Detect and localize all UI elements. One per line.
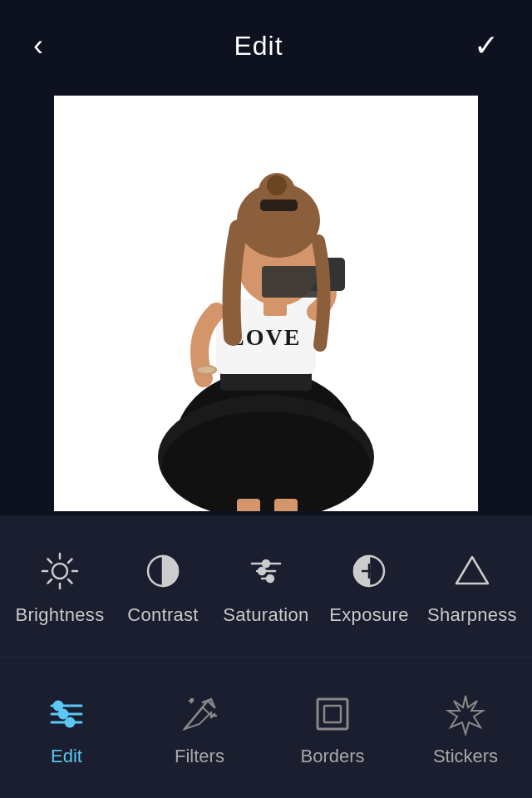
saturation-adjust[interactable]: Saturation [220, 546, 312, 626]
contrast-icon [138, 546, 188, 596]
nav-edit[interactable]: Edit [12, 681, 121, 776]
svg-point-37 [267, 575, 273, 582]
photo-illustration: LOVE [54, 96, 478, 511]
svg-line-30 [48, 579, 52, 584]
photo-canvas[interactable]: LOVE [54, 96, 478, 511]
borders-icon [308, 689, 357, 739]
svg-rect-20 [264, 299, 287, 316]
svg-marker-41 [456, 557, 488, 584]
svg-point-16 [267, 175, 287, 195]
image-area: LOVE [0, 91, 532, 515]
page-title: Edit [234, 31, 283, 62]
back-button[interactable]: ‹ [25, 20, 52, 71]
nav-edit-label: Edit [51, 746, 82, 767]
stickers-icon [441, 689, 490, 739]
adjustments-bar: Brightness Contrast Saturation [0, 515, 532, 657]
svg-rect-57 [324, 706, 341, 722]
exposure-icon [344, 546, 394, 596]
header: ‹ Edit ✓ [0, 0, 532, 91]
svg-line-27 [48, 559, 52, 564]
svg-point-35 [263, 560, 269, 567]
svg-rect-18 [237, 499, 260, 511]
contrast-label: Contrast [127, 604, 199, 626]
svg-rect-19 [274, 499, 298, 511]
nav-stickers-label: Stickers [433, 746, 498, 767]
bottom-nav: Edit Filters [0, 657, 532, 798]
svg-rect-13 [262, 266, 320, 298]
svg-line-29 [68, 559, 72, 564]
sharpness-label: Sharpness [427, 604, 517, 626]
sharpness-icon [447, 546, 497, 596]
nav-borders[interactable]: Borders [278, 681, 387, 776]
done-button[interactable]: ✓ [466, 20, 507, 71]
nav-filters-label: Filters [175, 746, 224, 767]
svg-line-28 [68, 579, 72, 584]
svg-point-47 [66, 718, 74, 727]
svg-point-22 [52, 564, 67, 579]
brightness-icon [35, 546, 85, 596]
brightness-adjust[interactable]: Brightness [14, 546, 106, 626]
brightness-label: Brightness [16, 604, 105, 626]
saturation-label: Saturation [223, 604, 308, 626]
svg-marker-58 [448, 696, 483, 734]
nav-filters[interactable]: Filters [145, 681, 254, 776]
exposure-label: Exposure [329, 604, 408, 626]
svg-rect-17 [260, 200, 298, 211]
svg-point-36 [259, 568, 265, 574]
svg-point-46 [59, 710, 67, 718]
nav-stickers[interactable]: Stickers [411, 681, 520, 776]
svg-point-45 [54, 702, 62, 710]
filters-icon [175, 689, 224, 739]
saturation-icon [241, 546, 291, 596]
exposure-adjust[interactable]: Exposure [323, 546, 415, 626]
sharpness-adjust[interactable]: Sharpness [426, 546, 518, 626]
nav-borders-label: Borders [300, 746, 364, 767]
svg-rect-56 [318, 699, 347, 729]
svg-point-21 [196, 366, 216, 374]
contrast-adjust[interactable]: Contrast [117, 546, 209, 626]
edit-icon [42, 689, 91, 739]
